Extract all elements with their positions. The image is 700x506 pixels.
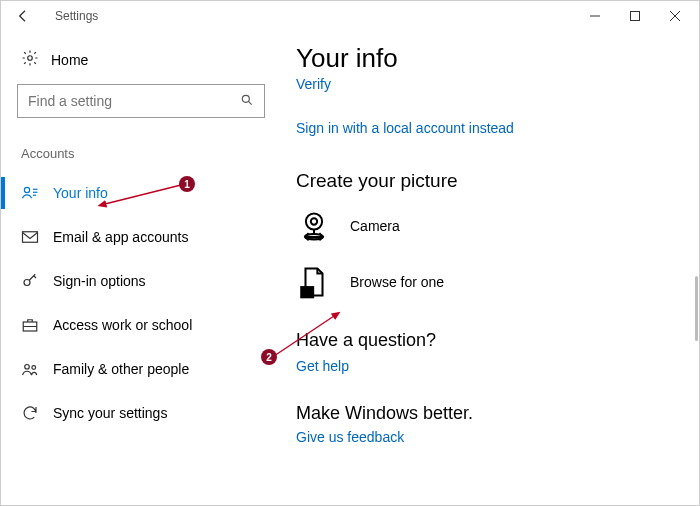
content-pane: Your info Verify Sign in with a local ac… [281, 31, 699, 505]
sidebar-item-sign-in-options[interactable]: Sign-in options [1, 259, 265, 303]
camera-option[interactable]: Camera [296, 208, 675, 244]
scrollbar-thumb[interactable] [695, 276, 698, 341]
question-heading: Have a question? [296, 330, 675, 351]
sidebar-section-label: Accounts [17, 146, 265, 161]
local-account-link[interactable]: Sign in with a local account instead [296, 120, 675, 136]
search-input[interactable] [17, 84, 265, 118]
svg-rect-20 [301, 287, 313, 297]
search-icon [240, 93, 254, 110]
sidebar-item-label: Access work or school [53, 317, 192, 333]
svg-point-4 [28, 56, 33, 61]
sidebar-item-email-accounts[interactable]: Email & app accounts [1, 215, 265, 259]
svg-point-7 [24, 187, 29, 192]
sidebar-item-sync-settings[interactable]: Sync your settings [1, 391, 265, 435]
minimize-button[interactable] [575, 2, 615, 30]
sidebar-item-family-people[interactable]: Family & other people [1, 347, 265, 391]
svg-point-12 [24, 280, 30, 286]
home-button[interactable]: Home [17, 49, 265, 70]
browse-option[interactable]: Browse for one [296, 264, 675, 300]
titlebar: Settings [1, 1, 699, 31]
window-controls [575, 2, 695, 30]
back-button[interactable] [9, 2, 37, 30]
verify-link[interactable]: Verify [296, 76, 675, 92]
camera-icon [296, 208, 332, 244]
sidebar-item-label: Sync your settings [53, 405, 167, 421]
make-better-heading: Make Windows better. [296, 403, 675, 424]
sidebar-item-label: Email & app accounts [53, 229, 188, 245]
svg-point-5 [242, 95, 249, 102]
browse-label: Browse for one [350, 274, 444, 290]
create-picture-heading: Create your picture [296, 170, 675, 192]
sidebar: Home Accounts Your info Email & app acco… [1, 31, 281, 505]
search-field[interactable] [28, 93, 240, 109]
camera-label: Camera [350, 218, 400, 234]
sidebar-item-access-work-school[interactable]: Access work or school [1, 303, 265, 347]
people-icon [21, 360, 39, 378]
window-title: Settings [55, 9, 575, 23]
svg-line-6 [248, 101, 251, 104]
key-icon [21, 272, 39, 290]
sidebar-nav: Your info Email & app accounts Sign-in o… [1, 171, 265, 435]
get-help-link[interactable]: Get help [296, 358, 349, 374]
settings-window: Settings Home Accounts [0, 0, 700, 506]
briefcase-icon [21, 316, 39, 334]
svg-point-15 [32, 366, 36, 370]
person-card-icon [21, 184, 39, 202]
svg-rect-11 [23, 232, 38, 243]
sidebar-item-label: Your info [53, 185, 108, 201]
sidebar-item-label: Family & other people [53, 361, 189, 377]
svg-rect-1 [631, 12, 640, 21]
close-button[interactable] [655, 2, 695, 30]
mail-icon [21, 228, 39, 246]
sync-icon [21, 404, 39, 422]
browse-file-icon [296, 264, 332, 300]
gear-icon [21, 49, 39, 70]
svg-point-16 [306, 213, 322, 229]
svg-point-14 [25, 365, 30, 370]
sidebar-item-label: Sign-in options [53, 273, 146, 289]
maximize-button[interactable] [615, 2, 655, 30]
sidebar-item-your-info[interactable]: Your info [1, 171, 265, 215]
svg-point-17 [311, 218, 317, 224]
home-label: Home [51, 52, 88, 68]
feedback-link[interactable]: Give us feedback [296, 429, 404, 445]
page-title: Your info [296, 43, 675, 74]
